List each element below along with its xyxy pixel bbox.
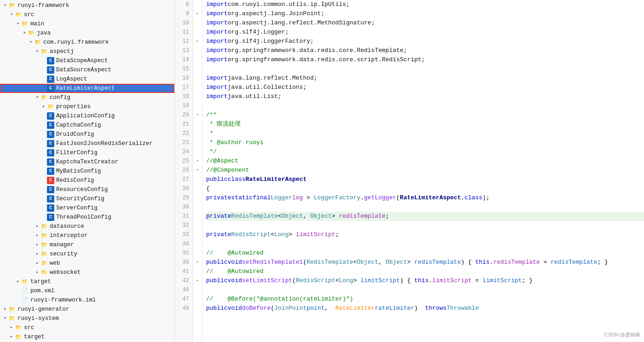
code-editor[interactable]: 8910111213141516171819202122232425262728… [175,0,644,342]
fold-indicator[interactable]: ▸ [193,37,202,46]
fold-indicator[interactable]: ▸ [193,9,202,18]
code-line: import java.lang.reflect.Method; [206,74,644,83]
line-number: 21 [178,120,189,129]
tree-item-label: com.ruoyi.framework [43,38,109,47]
expand-arrow[interactable] [21,29,28,38]
tree-item-websocket[interactable]: 📁 websocket [0,268,174,277]
folder-icon: 📁 [47,103,54,110]
fold-indicator [193,267,202,276]
tree-item-FilterConfig[interactable]: C FilterConfig [0,148,174,157]
expand-arrow[interactable] [15,277,21,286]
expand-arrow[interactable] [34,249,40,259]
expand-arrow[interactable] [15,19,21,29]
tree-item-label: RedisConfig [56,176,94,185]
expand-arrow[interactable] [8,323,15,332]
tree-item-config[interactable]: 📁 config [0,93,174,102]
code-line: private static final Logger log = Logger… [206,193,644,203]
line-number: 19 [178,101,189,110]
tree-item-label: DataSourceAspect [56,65,111,75]
tree-item-aspectj[interactable]: 📁 aspectj [0,47,174,56]
tree-item-ruoyi-framework.iml[interactable]: 📄 ruoyi-framework.iml [0,296,174,305]
expand-arrow[interactable] [2,1,8,10]
line-number: 16 [178,74,189,83]
tree-item-ruoyi-system[interactable]: 📁 ruoyi-system [0,314,174,323]
tree-item-main[interactable]: 📁 main [0,19,174,29]
tree-item-ServerConfig[interactable]: C ServerConfig [0,203,174,213]
tree-item-java[interactable]: 📁 java [0,29,174,38]
tree-item-FastJson2JsonRedisSerializer[interactable]: C FastJson2JsonRedisSerializer [0,139,174,148]
line-number: 14 [178,55,189,64]
tree-item-label: FilterConfig [56,148,98,157]
code-line: import org.slf4j.Logger; [206,28,644,37]
tree-item-datasource[interactable]: 📁 datasource [0,222,174,231]
expand-arrow[interactable] [8,332,15,342]
line-number: 20 [178,110,189,120]
fold-indicator [193,18,202,28]
expand-arrow[interactable] [34,231,40,240]
tree-item-ThreadPoolConfig[interactable]: C ThreadPoolConfig [0,213,174,222]
expand-arrow[interactable] [8,10,15,19]
expand-arrow[interactable] [28,38,34,47]
fold-indicator[interactable]: ▾ [193,157,202,166]
tree-item-label: target [30,277,51,286]
tree-item-ruoyi-generator[interactable]: 📁 ruoyi-generator [0,305,174,314]
expand-arrow[interactable] [34,240,40,249]
file-tree[interactable]: 📁 ruoyi-framework 📁 src 📁 main 📁 java 📁 … [0,0,175,342]
fold-indicator [193,212,202,221]
expand-arrow[interactable] [2,314,8,323]
tree-item-label: src [24,10,34,19]
tree-item-security[interactable]: 📁 security [0,249,174,259]
tree-item-src2[interactable]: 📁 src [0,323,174,332]
code-line [206,285,644,295]
expand-arrow[interactable] [2,305,8,314]
tree-item-KaptchaTextCreator[interactable]: C KaptchaTextCreator [0,157,174,167]
code-line: // @Autowired [206,267,644,276]
expand-arrow[interactable] [34,47,40,56]
fold-indicator[interactable]: ▾ [193,110,202,120]
tree-item-LogAspect[interactable]: C LogAspect [0,75,174,84]
tree-item-ResourcesConfig[interactable]: C ResourcesConfig [0,185,174,194]
tree-item-properties[interactable]: 📁 properties [0,102,174,111]
tree-item-MyBatisConfig[interactable]: C MyBatisConfig [0,167,174,176]
tree-item-src[interactable]: 📁 src [0,10,174,19]
code-line [206,221,644,230]
line-number: 34 [178,239,189,249]
tree-item-manager[interactable]: 📁 manager [0,240,174,249]
fold-indicator [193,285,202,295]
fold-indicator [193,55,202,64]
fold-indicator [193,83,202,92]
tree-item-target[interactable]: 📁 target [0,277,174,286]
tree-item-DruidConfig[interactable]: C DruidConfig [0,130,174,139]
expand-arrow[interactable] [40,102,47,111]
expand-arrow[interactable] [34,222,40,231]
tree-item-label: DruidConfig [56,130,94,139]
line-number: 23 [178,138,189,147]
tree-item-DataSourceAspect[interactable]: C DataSourceAspect [0,65,174,75]
tree-item-target2[interactable]: 📁 target [0,332,174,342]
tree-item-label: RateLimiterAspect [56,84,115,93]
expand-arrow[interactable] [34,259,40,268]
tree-item-RedisConfig[interactable]: C RedisConfig [0,176,174,185]
tree-item-interceptor[interactable]: 📁 interceptor [0,231,174,240]
tree-item-ApplicationConfig[interactable]: C ApplicationConfig [0,111,174,121]
expand-arrow[interactable] [34,268,40,277]
code-line: public void setLimitScript(RedisScript<L… [206,276,644,285]
code-line: //@Component [206,166,644,175]
line-number: 15 [178,64,189,74]
tree-item-ruoyi-framework[interactable]: 📁 ruoyi-framework [0,1,174,10]
tree-item-web[interactable]: 📁 web [0,259,174,268]
tree-item-CaptchaConfig[interactable]: C CaptchaConfig [0,121,174,130]
expand-arrow[interactable] [34,93,40,102]
tree-item-label: datasource [50,222,84,231]
tree-item-label: src [24,323,34,332]
class-icon: C [47,85,54,92]
tree-item-RateLimiterAspect[interactable]: C RateLimiterAspect [0,84,174,93]
fold-indicator[interactable]: ▾ [193,166,202,175]
fold-indicator[interactable]: ▸ [193,258,202,267]
tree-item-SecurityConfig[interactable]: C SecurityConfig [0,194,174,203]
line-number: 32 [178,221,189,230]
tree-item-DataScopeAspect[interactable]: C DataScopeAspect [0,56,174,65]
tree-item-pom.xml[interactable]: 📄 pom.xml [0,286,174,296]
tree-item-com.ruoyi.framework[interactable]: 📁 com.ruoyi.framework [0,38,174,47]
fold-indicator[interactable]: ▸ [193,276,202,285]
